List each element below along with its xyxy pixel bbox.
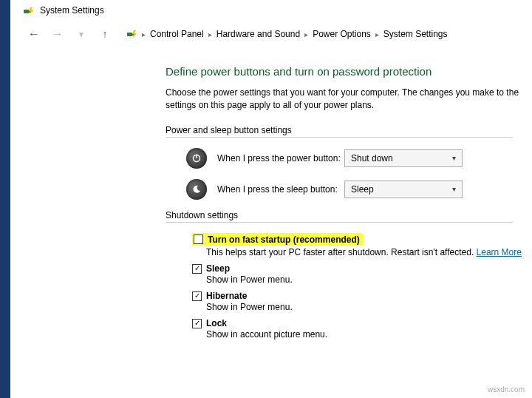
chevron-right-icon: ▸ [208, 30, 212, 38]
lock-description: Show in account picture menu. [206, 329, 532, 340]
fast-startup-description: This helps start your PC faster after sh… [206, 247, 532, 257]
select-value: Shut down [351, 153, 393, 163]
power-options-icon [126, 27, 137, 41]
breadcrumb-item[interactable]: Power Options [313, 29, 371, 39]
chevron-right-icon: ▸ [304, 30, 308, 38]
highlight-annotation: Turn on fast startup (recommended) [192, 233, 363, 246]
hibernate-checkbox[interactable]: ✓ [192, 291, 202, 301]
chevron-down-icon: ▾ [452, 185, 456, 193]
section-title: Shutdown settings [166, 210, 532, 220]
fast-startup-label: Turn on fast startup (recommended) [208, 235, 360, 245]
chevron-down-icon: ▾ [452, 154, 456, 162]
sleep-button-row: When I press the sleep button: Sleep ▾ [166, 179, 532, 200]
power-button-row: When I press the power button: Shut down… [166, 148, 532, 169]
shutdown-section: Shutdown settings Turn on fast startup (… [166, 210, 532, 340]
power-button-label: When I press the power button: [217, 153, 344, 163]
sleep-description: Show in Power menu. [206, 274, 532, 285]
lock-label: Lock [206, 318, 227, 328]
window-border-left [0, 0, 10, 398]
forward-button[interactable]: → [50, 27, 65, 41]
power-icon [186, 148, 207, 169]
sleep-icon [186, 179, 207, 200]
learn-more-link[interactable]: Learn More [477, 247, 522, 257]
section-divider [166, 222, 513, 223]
section-title: Power and sleep button settings [166, 125, 532, 135]
sleep-checkbox[interactable]: ✓ [192, 264, 202, 274]
lock-item: ✓ Lock Show in account picture menu. [192, 318, 532, 340]
watermark: wsxdn.com [488, 385, 525, 394]
select-value: Sleep [351, 184, 374, 195]
breadcrumb-item[interactable]: System Settings [383, 29, 448, 39]
svg-rect-0 [24, 10, 29, 13]
intro-text: Choose the power settings that you want … [166, 87, 532, 112]
fast-startup-checkbox[interactable] [194, 235, 203, 244]
chevron-right-icon: ▸ [375, 30, 379, 38]
chevron-right-icon: ▸ [142, 30, 146, 38]
breadcrumb[interactable]: ▸ Control Panel ▸ Hardware and Sound ▸ P… [126, 27, 448, 41]
lock-checkbox[interactable]: ✓ [192, 319, 202, 328]
power-options-icon [22, 4, 34, 16]
back-button[interactable]: ← [27, 27, 41, 41]
sleep-item: ✓ Sleep Show in Power menu. [192, 263, 532, 285]
breadcrumb-item[interactable]: Hardware and Sound [216, 29, 300, 39]
navbar: ← → ▼ ↑ ▸ Control Panel ▸ Hardware and S… [10, 21, 532, 47]
power-sleep-section: Power and sleep button settings When I p… [166, 125, 532, 200]
sleep-label: Sleep [206, 263, 230, 274]
sleep-button-select[interactable]: Sleep ▾ [344, 181, 463, 198]
fast-startup-item: Turn on fast startup (recommended) This … [192, 233, 532, 258]
up-button[interactable]: ↑ [98, 28, 112, 40]
content-area: Define power buttons and turn on passwor… [10, 47, 532, 398]
svg-rect-2 [127, 33, 132, 36]
section-divider [166, 137, 513, 138]
window-title: System Settings [40, 5, 104, 16]
hibernate-item: ✓ Hibernate Show in Power menu. [192, 291, 532, 312]
hibernate-description: Show in Power menu. [206, 302, 532, 312]
power-button-select[interactable]: Shut down ▾ [344, 149, 463, 167]
titlebar: System Settings [10, 0, 532, 21]
page-title: Define power buttons and turn on passwor… [166, 65, 532, 78]
recent-locations-dropdown[interactable]: ▼ [74, 30, 89, 38]
hibernate-label: Hibernate [206, 291, 247, 301]
breadcrumb-item[interactable]: Control Panel [150, 29, 204, 39]
sleep-button-label: When I press the sleep button: [217, 184, 344, 195]
